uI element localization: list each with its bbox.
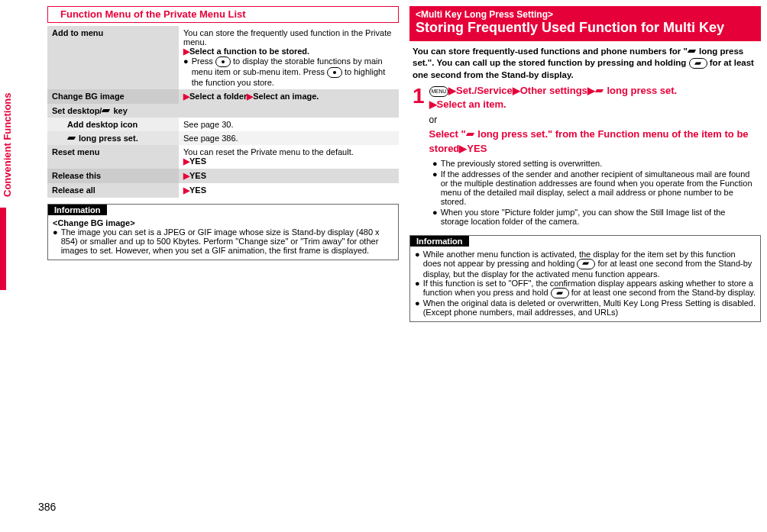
row-release-all-val: ▶YES [179,183,399,198]
side-stripe [0,208,6,290]
bullet-icon: ● [432,208,438,226]
row-release-this-val: ▶YES [179,169,399,183]
bullet-icon: ● [53,227,58,255]
pen-icon [466,131,475,139]
function-table: Add to menu You can store the frequently… [47,26,399,198]
page: Convenient Functions Function Menu of th… [0,0,767,517]
row-release-this-key: Release this [47,169,179,183]
step-notes: ●The previously stored setting is overwr… [409,156,761,229]
header-sup: <Multi Key Long Press Setting> [416,9,755,20]
row-change-bg-key: Change BG image [47,89,179,104]
multi-key-icon [551,288,569,298]
step-1: 1 MENU▶Set./Service▶Other settings▶ long… [409,84,761,156]
row-change-bg-val: ▶Select a folder▶Select an image. [179,89,399,104]
bullet-icon: ● [415,250,420,279]
add-to-menu-line2: Select a function to be stored. [189,47,309,56]
bullet-icon: ● [183,56,189,87]
section-title-bar: Function Menu of the Private Menu List [47,6,399,23]
row-reset-menu-val: You can reset the Private menu to the de… [179,145,399,169]
note-1: The previously stored setting is overwri… [441,159,603,168]
add-to-menu-line1: You can store the frequently used functi… [183,28,394,47]
pen-icon [67,135,76,143]
bullet-icon: ● [432,159,438,168]
information-label: Information [410,236,469,247]
row-release-all-key: Release all [47,183,179,198]
pen-icon [595,88,604,95]
row-add-desktop-icon-key: Add desktop icon [47,118,179,131]
note-2: If the addresses of the sender and anoth… [441,169,753,206]
intro-text: You can store frequently-used functions … [409,44,761,85]
pen-icon [688,48,697,56]
info-group-title: <Change BG image> [53,218,393,227]
big-header: <Multi Key Long Press Setting> Storing F… [409,6,761,41]
nav-key-icon [327,67,342,78]
nav-key-icon [215,56,231,67]
right-info-box: Information ● While another menu functio… [409,235,761,322]
right-column: <Multi Key Long Press Setting> Storing F… [409,6,761,510]
step-content: MENU▶Set./Service▶Other settings▶ long p… [429,84,758,156]
row-reset-menu-key: Reset menu [47,145,179,169]
bullet-icon: ● [415,279,420,298]
row-add-desktop-icon-val: See page 30. [179,118,399,131]
add-to-menu-line3: Press to display the storable functions … [192,56,394,87]
step-number: 1 [413,85,425,156]
bullet-icon: ● [415,298,420,317]
side-tab-label: Convenient Functions [2,93,13,198]
row-add-to-menu-key: Add to menu [47,26,179,89]
info-n2: If this function is set to "OFF", the co… [423,279,756,298]
row-set-desktop-key: Set desktop/ key [47,104,399,118]
section-title: Function Menu of the Private Menu List [48,7,398,22]
side-tab: Convenient Functions [0,84,15,207]
row-long-press-val: See page 386. [179,131,399,145]
information-label: Information [48,205,107,215]
row-long-press-key: long press set. [47,131,179,145]
row-add-to-menu-val: You can store the frequently used functi… [179,26,399,89]
left-column: Function Menu of the Private Menu List A… [47,6,399,510]
info-n3: When the original data is deleted or ove… [423,298,756,317]
note-3: When you store "Picture folder jump", yo… [441,208,753,226]
or-text: or [429,114,758,127]
info-body-text: The image you can set is a JPEG or GIF i… [61,227,393,255]
pen-icon [102,108,111,115]
multi-key-icon [577,259,595,269]
page-number: 386 [38,501,56,513]
arrow-icon: ▶ [183,47,189,56]
info-n1: While another menu function is activated… [423,250,756,279]
menu-key-icon: MENU [429,86,448,97]
multi-key-icon [689,58,707,69]
bullet-icon: ● [432,169,438,206]
left-info-box: Information <Change BG image> ●The image… [47,204,399,260]
header-title: Storing Frequently Used Function for Mul… [416,20,755,37]
